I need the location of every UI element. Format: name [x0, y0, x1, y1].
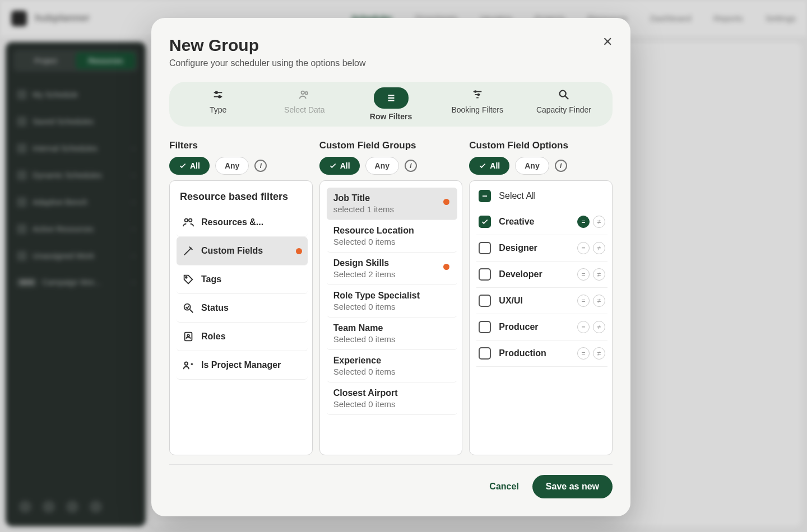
list-icon [384, 91, 398, 105]
operator-group: =≠ [577, 216, 605, 228]
filter-item-label: Tags [201, 274, 302, 284]
step-label: Booking Filters [451, 105, 503, 114]
option-checkbox[interactable] [479, 321, 491, 333]
equals-operator[interactable]: = [577, 268, 590, 281]
svg-point-5 [305, 92, 308, 95]
filter-item-label: Resources &... [201, 217, 302, 227]
filter-item[interactable]: Resources &... [177, 208, 308, 237]
equals-operator[interactable]: = [577, 321, 590, 333]
not-equals-operator[interactable]: ≠ [593, 268, 605, 281]
svg-point-14 [560, 91, 566, 97]
info-icon[interactable]: i [555, 160, 567, 172]
group-title: Job Title [333, 193, 451, 203]
not-equals-operator[interactable]: ≠ [593, 242, 605, 254]
close-icon[interactable]: ✕ [602, 35, 613, 49]
option-checkbox[interactable] [479, 242, 491, 254]
save-as-new-button[interactable]: Save as new [532, 475, 613, 498]
minus-icon [481, 192, 489, 200]
filter-icon [470, 87, 485, 102]
not-equals-operator[interactable]: ≠ [593, 295, 605, 307]
filter-item-label: Status [201, 303, 302, 313]
cancel-button[interactable]: Cancel [489, 482, 518, 492]
option-checkbox[interactable] [479, 295, 491, 307]
groups-panel: Job Titleselected 1 itemsResource Locati… [319, 180, 463, 455]
filters-heading: Filters [169, 140, 313, 151]
option-label: Developer [499, 269, 569, 279]
filters-any-pill[interactable]: Any [215, 157, 249, 175]
group-title: Design Skills [333, 258, 451, 268]
filter-item[interactable]: Tags [177, 265, 308, 294]
group-title: Role Type Specialist [333, 291, 451, 301]
not-equals-operator[interactable]: ≠ [593, 321, 605, 333]
step-label: Select Data [284, 105, 324, 114]
groups-all-pill[interactable]: All [319, 157, 360, 175]
filter-item[interactable]: Status [177, 294, 308, 323]
operator-group: =≠ [577, 268, 605, 281]
sliders-icon [211, 87, 225, 102]
option-item: Designer=≠ [476, 235, 607, 262]
not-equals-operator[interactable]: ≠ [593, 347, 605, 360]
filter-item[interactable]: Roles [177, 323, 308, 351]
equals-operator[interactable]: = [577, 216, 590, 228]
step-type[interactable]: Type [175, 87, 261, 121]
stepper: Type Select Data Row Filters Booking Fil… [169, 82, 613, 127]
group-item[interactable]: Resource LocationSelected 0 items [327, 220, 458, 253]
groups-column: Custom Field Groups All Any i Job Titles… [319, 140, 463, 455]
step-capacity-finder[interactable]: Capacity Finder [521, 87, 607, 121]
filters-all-pill[interactable]: All [169, 157, 210, 175]
group-item[interactable]: Team NameSelected 0 items [327, 318, 458, 350]
group-item[interactable]: ExperienceSelected 0 items [327, 350, 458, 382]
group-subtitle: Selected 0 items [333, 302, 451, 311]
check-icon [179, 162, 187, 170]
info-icon[interactable]: i [254, 160, 267, 172]
step-row-filters[interactable]: Row Filters [347, 87, 434, 121]
select-all-checkbox[interactable] [479, 190, 491, 202]
option-item: UX/UI=≠ [476, 288, 607, 314]
step-label: Row Filters [370, 112, 412, 121]
group-subtitle: selected 1 items [333, 204, 451, 214]
options-all-pill[interactable]: All [469, 157, 509, 175]
filter-item[interactable]: Is Project Manager [177, 351, 308, 380]
group-title: Closest Airport [333, 388, 451, 398]
group-subtitle: Selected 0 items [333, 334, 451, 344]
step-select-data[interactable]: Select Data [261, 87, 347, 121]
option-label: Production [499, 348, 569, 358]
equals-operator[interactable]: = [577, 242, 590, 254]
svg-point-16 [185, 219, 188, 222]
groups-any-pill[interactable]: Any [365, 157, 399, 175]
options-column: Custom Field Options All Any i Select Al… [469, 140, 613, 455]
option-checkbox[interactable] [479, 268, 491, 281]
group-subtitle: Selected 2 items [333, 269, 451, 279]
equals-operator[interactable]: = [577, 295, 590, 307]
modal-footer: Cancel Save as new [169, 464, 613, 498]
check-icon [479, 162, 486, 170]
svg-point-4 [302, 91, 305, 95]
operator-group: =≠ [577, 347, 605, 360]
not-equals-operator[interactable]: ≠ [593, 216, 605, 228]
group-item[interactable]: Role Type SpecialistSelected 0 items [327, 285, 458, 318]
option-label: UX/UI [499, 296, 569, 306]
step-label: Type [210, 105, 226, 114]
info-icon[interactable]: i [405, 160, 417, 172]
options-any-pill[interactable]: Any [515, 157, 549, 175]
new-group-modal: ✕ New Group Configure your scheduler usi… [151, 18, 630, 516]
svg-point-23 [185, 362, 188, 366]
filter-item-label: Roles [201, 332, 302, 342]
filter-item-icon [182, 245, 194, 257]
group-item[interactable]: Job Titleselected 1 items [327, 188, 458, 220]
equals-operator[interactable]: = [577, 347, 590, 360]
filter-item[interactable]: Custom Fields [177, 237, 308, 265]
svg-point-3 [219, 96, 221, 98]
step-booking-filters[interactable]: Booking Filters [434, 87, 521, 121]
svg-point-22 [187, 334, 189, 337]
svg-point-17 [189, 219, 192, 222]
active-indicator-dot [296, 248, 302, 254]
select-all-label: Select All [499, 191, 536, 201]
option-checkbox[interactable] [479, 216, 491, 228]
group-item[interactable]: Closest AirportSelected 0 items [327, 382, 458, 415]
group-item[interactable]: Design SkillsSelected 2 items [327, 253, 458, 285]
option-label: Creative [499, 217, 569, 227]
check-icon [329, 162, 337, 170]
option-checkbox[interactable] [479, 347, 491, 360]
filter-item-icon [182, 273, 194, 286]
